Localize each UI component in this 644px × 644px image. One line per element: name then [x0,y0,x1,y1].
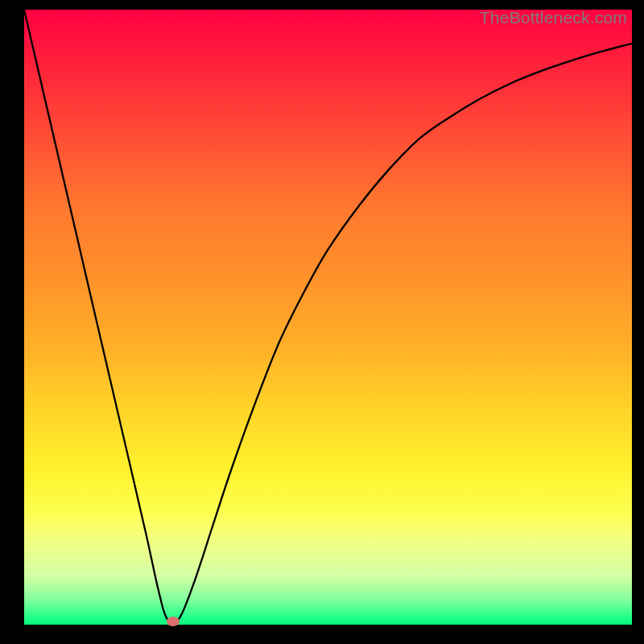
chart-stage: TheBottleneck.com [0,0,644,644]
plot-area: TheBottleneck.com [24,10,632,625]
minimum-marker-icon [167,617,180,626]
bottleneck-curve [24,10,632,625]
